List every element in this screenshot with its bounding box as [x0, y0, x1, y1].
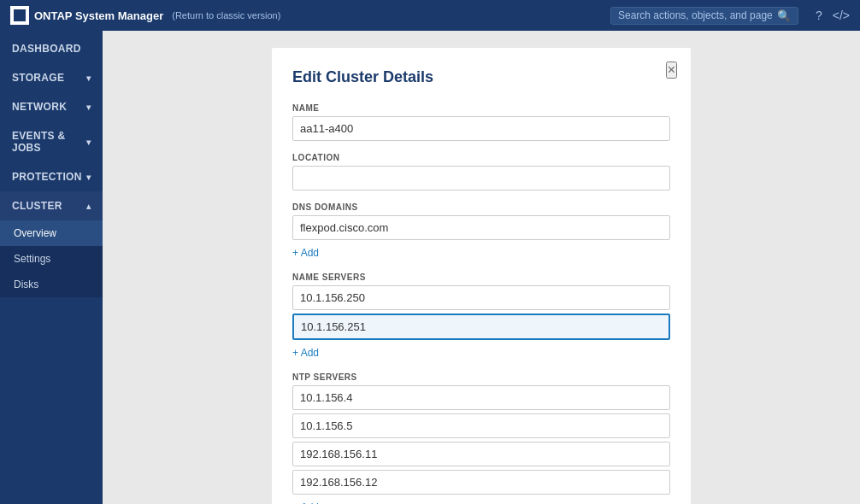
ntp-servers-group: NTP SERVERS + Add: [292, 372, 670, 504]
chevron-events-jobs: ▾: [86, 138, 91, 147]
name-servers-label: NAME SERVERS: [292, 273, 670, 282]
sidebar: DASHBOARD STORAGE ▾ NeTWoRK ▾ EVENTS & J…: [0, 31, 103, 504]
location-input[interactable]: [292, 166, 670, 190]
sidebar-item-storage[interactable]: STORAGE ▾: [0, 63, 103, 92]
add-ntp-server-button[interactable]: + Add: [292, 500, 319, 504]
ntp-servers-label: NTP SERVERS: [292, 372, 670, 382]
sidebar-item-events-jobs[interactable]: EVENTS & JOBS ▾: [0, 121, 103, 162]
name-input[interactable]: [292, 116, 670, 141]
content-area: Edit Cluster Details × NAME LOCATION DNS…: [103, 31, 860, 504]
sidebar-label-dashboard: DASHBOARD: [12, 43, 81, 55]
dialog-title: Edit Cluster Details: [292, 68, 670, 86]
dns-domains-label: DNS DOMAINS: [292, 202, 670, 212]
name-server-input-2[interactable]: [292, 314, 670, 340]
sidebar-item-network[interactable]: NeTWoRK ▾: [0, 92, 103, 121]
sidebar-label-cluster: CLUSTER: [12, 200, 62, 212]
location-field-group: LOCATION: [292, 153, 670, 190]
name-label: NAME: [292, 103, 670, 113]
ntp-server-input-3[interactable]: [292, 442, 670, 466]
sidebar-label-protection: PROTECTION: [12, 171, 82, 183]
ntp-server-input-2[interactable]: [292, 413, 670, 438]
search-bar[interactable]: 🔍: [610, 7, 798, 25]
logo-icon: [10, 6, 29, 25]
main-layout: DASHBOARD STORAGE ▾ NeTWoRK ▾ EVENTS & J…: [0, 31, 860, 504]
name-servers-group: NAME SERVERS + Add: [292, 273, 670, 360]
add-dns-domain-button[interactable]: + Add: [292, 245, 319, 261]
ntp-server-input-4[interactable]: [292, 470, 670, 495]
add-name-server-button[interactable]: + Add: [292, 345, 319, 360]
sidebar-subitem-settings[interactable]: Settings: [0, 246, 103, 272]
sidebar-subitem-overview[interactable]: Overview: [0, 220, 103, 246]
chevron-cluster: ▴: [86, 202, 91, 211]
classic-link[interactable]: (Return to classic version): [172, 10, 280, 21]
sidebar-subitem-disks[interactable]: Disks: [0, 272, 103, 297]
top-nav-icons: ? </>: [816, 9, 850, 22]
sidebar-item-protection[interactable]: PROTECTION ▾: [0, 162, 103, 191]
ntp-server-input-1[interactable]: [292, 385, 670, 410]
search-input[interactable]: [618, 9, 772, 21]
app-logo: ONTAP System Manager: [10, 6, 163, 25]
app-title: ONTAP System Manager: [34, 9, 163, 22]
chevron-protection: ▾: [86, 173, 91, 182]
dialog-close-button[interactable]: ×: [666, 62, 677, 79]
dns-domain-input[interactable]: [292, 215, 670, 240]
sidebar-label-events-jobs: EVENTS & JOBS: [12, 130, 86, 154]
search-icon: 🔍: [777, 9, 791, 22]
chevron-storage: ▾: [86, 73, 91, 83]
sidebar-item-cluster[interactable]: CLUSTER ▴: [0, 191, 103, 220]
name-field-group: NAME: [292, 103, 670, 141]
name-server-input-1[interactable]: [292, 285, 670, 310]
sidebar-label-network: NeTWoRK: [12, 101, 67, 113]
code-icon[interactable]: </>: [833, 9, 850, 22]
help-icon[interactable]: ?: [816, 9, 822, 22]
ntp-inputs-container: [292, 385, 670, 495]
dns-domains-group: DNS DOMAINS + Add: [292, 202, 670, 261]
edit-cluster-dialog: Edit Cluster Details × NAME LOCATION DNS…: [272, 48, 691, 504]
sidebar-submenu-cluster: Overview Settings Disks: [0, 220, 103, 297]
sidebar-label-storage: STORAGE: [12, 72, 64, 84]
location-label: LOCATION: [292, 153, 670, 162]
sidebar-item-dashboard[interactable]: DASHBOARD: [0, 34, 103, 63]
top-nav: ONTAP System Manager (Return to classic …: [0, 0, 860, 31]
chevron-network: ▾: [86, 103, 91, 112]
